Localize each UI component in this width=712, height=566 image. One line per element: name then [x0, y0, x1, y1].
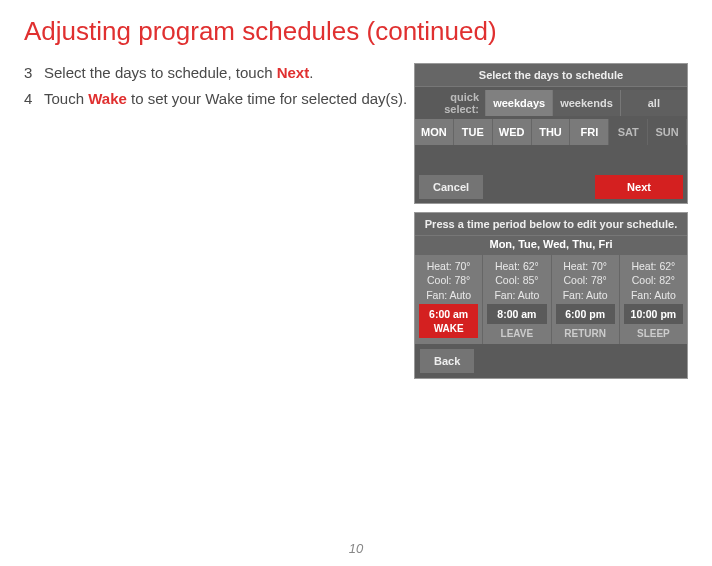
return-fan: Fan: Auto: [554, 288, 617, 302]
period-return[interactable]: Heat: 70° Cool: 78° Fan: Auto 6:00 pm RE…: [551, 255, 619, 344]
leave-fan: Fan: Auto: [485, 288, 548, 302]
return-cool: Cool: 78°: [554, 273, 617, 287]
day-sat[interactable]: SAT: [609, 119, 648, 145]
day-fri[interactable]: FRI: [570, 119, 609, 145]
return-label: RETURN: [554, 327, 617, 345]
day-mon[interactable]: MON: [415, 119, 454, 145]
return-heat: Heat: 70°: [554, 259, 617, 273]
screenshot-select-days: Select the days to schedule quick select…: [414, 63, 688, 204]
screen2-title: Press a time period below to edit your s…: [415, 213, 687, 235]
cancel-button[interactable]: Cancel: [419, 175, 483, 199]
quick-all[interactable]: all: [620, 90, 687, 116]
day-tue[interactable]: TUE: [454, 119, 493, 145]
sleep-label: SLEEP: [622, 327, 685, 345]
instruction-steps: 3 Select the days to schedule, touch Nex…: [24, 63, 414, 116]
day-thu[interactable]: THU: [532, 119, 571, 145]
next-button[interactable]: Next: [595, 175, 683, 199]
screen1-title: Select the days to schedule: [415, 64, 687, 86]
sleep-fan: Fan: Auto: [622, 288, 685, 302]
screenshot-time-periods: Press a time period below to edit your s…: [414, 212, 688, 379]
next-keyword: Next: [277, 64, 310, 81]
screen2-subtitle: Mon, Tue, Wed, Thu, Fri: [415, 235, 687, 255]
wake-time: 6:00 am WAKE: [419, 304, 478, 339]
page-title: Adjusting program schedules (continued): [24, 16, 688, 47]
quick-select-label: quick select:: [415, 87, 485, 119]
day-wed[interactable]: WED: [493, 119, 532, 145]
sleep-cool: Cool: 82°: [622, 273, 685, 287]
leave-time: 8:00 am: [487, 304, 546, 324]
wake-heat: Heat: 70°: [417, 259, 480, 273]
step-4-text: Touch Wake to set your Wake time for sel…: [44, 89, 414, 109]
leave-cool: Cool: 85°: [485, 273, 548, 287]
day-sun[interactable]: SUN: [648, 119, 687, 145]
back-button[interactable]: Back: [420, 349, 474, 373]
wake-fan: Fan: Auto: [417, 288, 480, 302]
sleep-heat: Heat: 62°: [622, 259, 685, 273]
period-sleep[interactable]: Heat: 62° Cool: 82° Fan: Auto 10:00 pm S…: [619, 255, 687, 344]
leave-heat: Heat: 62°: [485, 259, 548, 273]
sleep-time: 10:00 pm: [624, 304, 683, 324]
period-wake[interactable]: Heat: 70° Cool: 78° Fan: Auto 6:00 am WA…: [415, 255, 482, 344]
step-number-4: 4: [24, 89, 44, 109]
step-3-text: Select the days to schedule, touch Next.: [44, 63, 414, 83]
return-time: 6:00 pm: [556, 304, 615, 324]
wake-cool: Cool: 78°: [417, 273, 480, 287]
period-leave[interactable]: Heat: 62° Cool: 85° Fan: Auto 8:00 am LE…: [482, 255, 550, 344]
step-number-3: 3: [24, 63, 44, 83]
leave-label: LEAVE: [485, 327, 548, 345]
quick-weekdays[interactable]: weekdays: [485, 90, 552, 116]
page-number: 10: [0, 541, 712, 556]
quick-weekends[interactable]: weekends: [552, 90, 619, 116]
wake-keyword: Wake: [88, 90, 127, 107]
